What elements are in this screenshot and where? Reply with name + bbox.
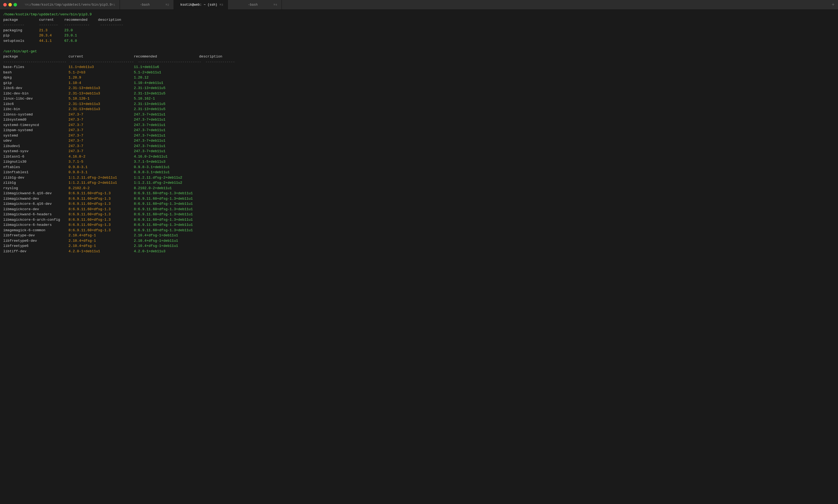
- apt-pkg-zlib1g: zlib1g 1:1.2.11.dfsg-2+deb11u1 1:1.2.11.…: [3, 180, 835, 186]
- apt-pkg-libtasn1-6: libtasn1-6 4.16.0-2 4.16.0-2+deb11u1: [3, 154, 835, 160]
- blank-line-1: [3, 43, 835, 49]
- minimize-button[interactable]: [8, 3, 12, 6]
- tab-1[interactable]: ⌥⌘1 /home/ksotik/tmp/upddetect/venv/bin/…: [20, 0, 120, 10]
- apt-pkg-linux-libc-dev: linux-libc-dev 5.10.120-1 5.10.162-1: [3, 96, 835, 102]
- apt-header-line: package current recommended description: [3, 54, 835, 59]
- new-tab-button[interactable]: +: [828, 0, 838, 10]
- apt-pkg-libmagickcore-6-arch-config: libmagickcore-6-arch-config 8:6.9.11.60+…: [3, 217, 835, 222]
- tab-2-title: -bash: [124, 3, 166, 7]
- apt-pkg-gzip: gzip 1.10-4 1.10-4+deb11u1: [3, 80, 835, 86]
- apt-pkg-systemd-timesyncd: systemd-timesyncd 247.3-7 247.3-7+deb11u…: [3, 123, 835, 128]
- pip-pkg-pip: pip 20.3.4 23.0.1: [3, 33, 835, 38]
- close-button[interactable]: [3, 3, 7, 6]
- apt-pkg-libgnutls30: libgnutls30 3.7.1-5 3.7.1-5+deb11u3: [3, 159, 835, 165]
- apt-pkg-nftables: nftables 0.9.8-3.1 0.9.8-3.1+deb11u1: [3, 165, 835, 170]
- apt-pkg-libudev1: libudev1 247.3-7 247.3-7+deb11u1: [3, 144, 835, 149]
- tab-bar: ⌥⌘1 /home/ksotik/tmp/upddetect/venv/bin/…: [20, 0, 828, 10]
- tab-3-title: ksotik@web: ~ (ssh): [178, 3, 220, 7]
- apt-pkg-libnftables1: libnftables1 0.9.8-3.1 0.9.8-3.1+deb11u1: [3, 170, 835, 175]
- apt-pkg-udev: udev 247.3-7 247.3-7+deb11u1: [3, 138, 835, 144]
- maximize-button[interactable]: [14, 3, 17, 6]
- tab-1-cmd: ⌘1: [111, 3, 115, 6]
- apt-pkg-libmagickcore-6-headers: libmagickcore-6-headers 8:6.9.11.60+dfsg…: [3, 222, 835, 228]
- tab-3-cmd: ⌘3: [220, 3, 223, 6]
- tab-3[interactable]: ksotik@web: ~ (ssh) ⌘3: [174, 0, 228, 10]
- tab-2[interactable]: -bash ⌘2: [120, 0, 174, 10]
- apt-pkg-imagemagick-6-common: imagemagick-6-common 8:6.9.11.60+dfsg-1.…: [3, 228, 835, 233]
- apt-path-line: /usr/bin/apt-get: [3, 49, 835, 54]
- terminal-window: ⌥⌘1 /home/ksotik/tmp/upddetect/venv/bin/…: [0, 0, 838, 504]
- apt-pkg-libpam-systemd: libpam-systemd 247.3-7 247.3-7+deb11u1: [3, 128, 835, 133]
- pip-sep-line: ---------- --------- ------------ ------…: [3, 22, 835, 28]
- apt-pkg-libc-dev-bin: libc-dev-bin 2.31-13+deb11u3 2.31-13+deb…: [3, 91, 835, 96]
- apt-pkg-libc6: libc6 2.31-13+deb11u3 2.31-13+deb11u5: [3, 102, 835, 107]
- apt-pkg-libmagickcore-dev: libmagickcore-dev 8:6.9.11.60+dfsg-1.3 8…: [3, 207, 835, 212]
- tab-1-title: /home/ksotik/tmp/upddetect/venv/bin/pip3…: [30, 3, 111, 7]
- apt-pkg-bash: bash 5.1-2+b3 5.1-2+deb11u1: [3, 70, 835, 75]
- tab-4[interactable]: -bash ⌘4: [228, 0, 282, 10]
- apt-pkg-libmagickwand-q16-dev: libmagickwand-6.q16-dev 8:6.9.11.60+dfsg…: [3, 191, 835, 196]
- apt-pkg-dpkg: dpkg 1.20.9 1.20.12: [3, 75, 835, 80]
- tab-2-cmd: ⌘2: [165, 3, 169, 6]
- apt-pkg-libnss-systemd: libnss-systemd 247.3-7 247.3-7+deb11u1: [3, 112, 835, 118]
- traffic-lights: [0, 3, 20, 6]
- apt-pkg-libc6-dev: libc6-dev 2.31-13+deb11u3 2.31-13+deb11u…: [3, 86, 835, 91]
- terminal-content[interactable]: /home/ksotik/tmp/upddetect/venv/bin/pip3…: [0, 10, 838, 504]
- titlebar: ⌥⌘1 /home/ksotik/tmp/upddetect/venv/bin/…: [0, 0, 838, 10]
- apt-pkg-systemd: systemd 247.3-7 247.3-7+deb11u1: [3, 133, 835, 139]
- apt-pkg-libmagickwand-6-headers: libmagickwand-6-headers 8:6.9.11.60+dfsg…: [3, 212, 835, 217]
- apt-pkg-rsyslog: rsyslog 8.2102.0-2 8.2102.0-2+deb11u1: [3, 186, 835, 191]
- apt-pkg-libsystemd0: libsystemd0 247.3-7 247.3-7+deb11u1: [3, 117, 835, 123]
- pip-pkg-packaging: packaging 21.3 23.0: [3, 28, 835, 33]
- tab-4-cmd: ⌘4: [274, 3, 277, 6]
- apt-pkg-libmagickwand-dev: libmagickwand-dev 8:6.9.11.60+dfsg-1.3 8…: [3, 196, 835, 201]
- apt-pkg-base-files: base-files 11.1+deb11u3 11.1+deb11u6: [3, 65, 835, 70]
- tab-4-title: -bash: [232, 3, 274, 7]
- apt-pkg-libfreetype6-dev: libfreetype6-dev 2.10.4+dfsg-1 2.10.4+df…: [3, 238, 835, 244]
- pip-header-line: package current recommended description: [3, 17, 835, 23]
- apt-pkg-libtiff-dev: libtiff-dev 4.2.0-1+deb11u1 4.2.0-1+deb1…: [3, 249, 835, 254]
- tab-1-shortcut: ⌥⌘1: [24, 3, 30, 6]
- apt-sep-line: ------------------------------ ---------…: [3, 59, 835, 65]
- apt-pkg-systemd-sysv: systemd-sysv 247.3-7 247.3-7+deb11u1: [3, 149, 835, 154]
- pip-pkg-setuptools: setuptools 44.1.1 67.6.0: [3, 38, 835, 44]
- pip-path-line: /home/ksotik/tmp/upddetect/venv/bin/pip3…: [3, 12, 835, 17]
- apt-pkg-libfreetype-dev: libfreetype-dev 2.10.4+dfsg-1 2.10.4+dfs…: [3, 233, 835, 238]
- apt-pkg-libmagickcore-q16-dev: libmagickcore-6.q16-dev 8:6.9.11.60+dfsg…: [3, 201, 835, 207]
- apt-pkg-zlib1g-dev: zlib1g-dev 1:1.2.11.dfsg-2+deb11u1 1:1.2…: [3, 175, 835, 180]
- apt-pkg-libfreetype6: libfreetype6 2.10.4+dfsg-1 2.10.4+dfsg-1…: [3, 244, 835, 249]
- apt-pkg-libc-bin: libc-bin 2.31-13+deb11u3 2.31-13+deb11u5: [3, 107, 835, 112]
